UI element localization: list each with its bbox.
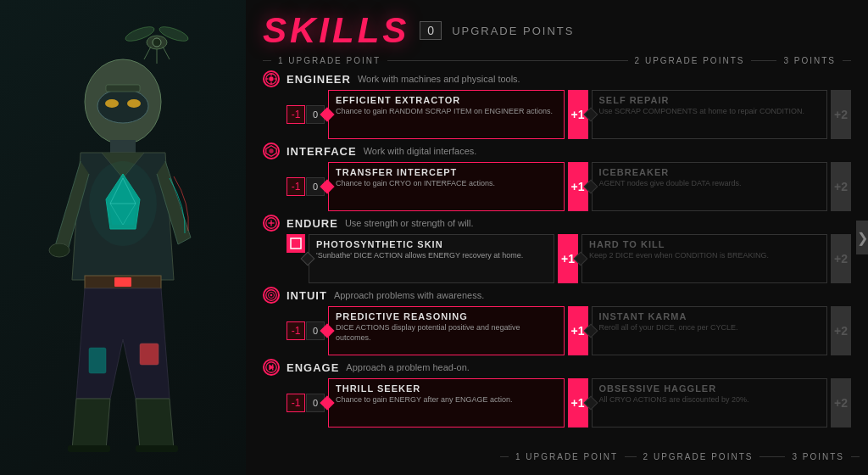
category-desc-endure: Use strength or strength of will. [345, 218, 474, 228]
category-name-endure: ENDURE [287, 217, 338, 230]
category-name-engage: ENGAGE [287, 361, 339, 374]
stepper-interface: -1 0 [287, 162, 325, 211]
skill-tier1-desc-endure: 'Sunbathe' DICE ACTION allows ENERGY rec… [316, 251, 547, 261]
card-diamond-endure [301, 252, 315, 266]
skill-cards-row-endure: PHOTOSYNTHETIC SKIN 'Sunbathe' DICE ACTI… [263, 234, 851, 283]
footer-col-1up: 1 UPGRADE POINT [515, 452, 618, 461]
col-header-3up: 3 POINTS [783, 56, 836, 65]
upgrade-points-label: UPGRADE POINTS [452, 25, 574, 37]
footer-col-2up: 2 UPGRADE POINTS [643, 452, 754, 461]
category-icon-endure [263, 215, 280, 232]
skill-category-engage: ENGAGE Approach a problem head-on. [263, 359, 851, 376]
category-icon-engage [263, 359, 280, 376]
skill-card-tier1-interface[interactable]: TRANSFER INTERCEPT Chance to gain CRYO o… [328, 162, 565, 211]
skill-card-tier1-engage[interactable]: THRILL SEEKER Chance to gain ENERGY afte… [328, 378, 565, 428]
svg-point-20 [49, 243, 70, 257]
skill-tier2-desc-engage: All CRYO ACTIONS are discounted by 20%. [599, 395, 821, 405]
category-icon-intuit [263, 287, 280, 304]
footer-headers: 1 UPGRADE POINT 2 UPGRADE POINTS 3 POINT… [492, 449, 868, 465]
highlight-indicator-endure [287, 234, 305, 253]
right-arrow-icon: ❯ [857, 230, 868, 246]
skill-card-tier2-endure[interactable]: HARD TO KILL Keep 2 DICE even when CONDI… [581, 234, 827, 283]
skill-tier2-desc-engineer: Use SCRAP COMPONENTS at home to repair C… [599, 107, 821, 117]
skill-tier1-name-engineer: EFFICIENT EXTRACTOR [336, 95, 557, 105]
svg-rect-39 [291, 238, 301, 249]
header-line-left [263, 60, 271, 61]
skill-card-tier2-engage[interactable]: OBSESSIVE HAGGLER All CRYO ACTIONS are d… [592, 378, 828, 428]
plus-btn-tier2-engage[interactable]: +2 [831, 378, 851, 428]
skill-tier2-name-intuit: INSTANT KARMA [599, 311, 821, 321]
skill-tier2-desc-interface: AGENT nodes give double DATA rewards. [599, 179, 821, 189]
category-name-interface: INTERFACE [287, 145, 357, 158]
skill-tier2-name-engineer: SELF REPAIR [599, 95, 821, 105]
main-content: SKILLS 0 UPGRADE POINTS 1 UPGRADE POINT … [246, 0, 868, 475]
skill-card-tier1-engineer[interactable]: EFFICIENT EXTRACTOR Chance to gain RANDO… [328, 90, 565, 139]
skill-tier1-name-intuit: PREDICTIVE REASONING [336, 311, 557, 321]
skill-card-tier2-interface[interactable]: ICEBREAKER AGENT nodes give double DATA … [592, 162, 828, 211]
svg-point-29 [269, 76, 273, 81]
skill-tier2-desc-intuit: Reroll all of your DICE, once per CYCLE. [599, 323, 821, 333]
skills-grid: ENGINEER Work with machines and physical… [254, 69, 860, 433]
skill-category-engineer: ENGINEER Work with machines and physical… [263, 70, 851, 87]
stepper-minus-engineer[interactable]: -1 [287, 105, 305, 124]
header-line-mid [387, 60, 627, 61]
footer-line-left [500, 456, 509, 457]
col-header-1up: 1 UPGRADE POINT [278, 56, 381, 65]
skill-tier1-desc-interface: Chance to gain CRYO on INTERFACE actions… [336, 179, 557, 189]
skill-section-engage: ENGAGE Approach a problem head-on. -1 0 … [263, 359, 851, 428]
skill-category-intuit: INTUIT Approach problems with awareness. [263, 287, 851, 304]
skill-cards-row-intuit: -1 0 PREDICTIVE REASONING DICE ACTIONS d… [263, 306, 851, 355]
footer-line-right [760, 456, 785, 457]
svg-point-35 [269, 148, 273, 153]
skill-category-interface: INTERFACE Work with digital interfaces. [263, 142, 851, 159]
skill-card-tier2-engineer[interactable]: SELF REPAIR Use SCRAP COMPONENTS at home… [592, 90, 828, 139]
character-area [0, 0, 246, 475]
skill-section-engineer: ENGINEER Work with machines and physical… [263, 70, 851, 139]
stepper-engineer: -1 0 [287, 90, 325, 139]
skill-tier1-name-endure: PHOTOSYNTHETIC SKIN [316, 239, 547, 249]
skill-cards-row-interface: -1 0 TRANSFER INTERCEPT Chance to gain C… [263, 162, 851, 211]
skill-section-endure: ENDURE Use strength or strength of will.… [263, 215, 851, 283]
stepper-minus-interface[interactable]: -1 [287, 177, 305, 196]
skill-tier1-desc-intuit: DICE ACTIONS display potential positive … [336, 323, 557, 343]
svg-rect-24 [140, 344, 159, 365]
skill-tier1-name-engage: THRILL SEEKER [336, 383, 557, 394]
skill-section-interface: INTERFACE Work with digital interfaces. … [263, 142, 851, 211]
skill-section-intuit: INTUIT Approach problems with awareness.… [263, 287, 851, 355]
svg-point-8 [97, 89, 148, 123]
category-desc-intuit: Approach problems with awareness. [334, 290, 484, 300]
category-name-engineer: ENGINEER [287, 73, 351, 86]
stepper-minus-intuit[interactable]: -1 [287, 321, 305, 340]
skill-tier2-desc-endure: Keep 2 DICE even when CONDITION is BREAK… [589, 251, 820, 261]
right-arrow-tab[interactable]: ❯ [856, 221, 868, 254]
character-art [8, 42, 237, 475]
svg-point-27 [89, 161, 157, 246]
skill-card-tier1-intuit[interactable]: PREDICTIVE REASONING DICE ACTIONS displa… [328, 306, 565, 355]
header-line-end [843, 60, 851, 61]
skill-tier2-name-endure: HARD TO KILL [589, 239, 820, 249]
page-title: SKILLS [263, 10, 409, 51]
header-line-right [751, 60, 776, 61]
plus-btn-tier2-engineer[interactable]: +2 [831, 90, 851, 139]
plus-btn-tier2-interface[interactable]: +2 [831, 162, 851, 211]
skill-cards-row-engage: -1 0 THRILL SEEKER Chance to gain ENERGY… [263, 378, 851, 428]
stepper-intuit: -1 0 [287, 306, 325, 355]
svg-rect-25 [68, 445, 110, 452]
svg-point-10 [127, 99, 141, 108]
skill-tier1-name-interface: TRANSFER INTERCEPT [336, 167, 557, 177]
skill-card-tier1-endure[interactable]: PHOTOSYNTHETIC SKIN 'Sunbathe' DICE ACTI… [309, 234, 554, 283]
plus-btn-tier2-endure[interactable]: +2 [831, 234, 851, 283]
col-header-2up: 2 UPGRADE POINTS [635, 56, 745, 65]
upgrade-points-value: 0 [420, 21, 442, 40]
svg-rect-26 [136, 445, 178, 452]
stepper-minus-engage[interactable]: -1 [287, 394, 305, 412]
footer-line-mid [625, 456, 636, 457]
plus-btn-tier2-intuit[interactable]: +2 [831, 306, 851, 355]
svg-rect-22 [114, 277, 131, 287]
column-headers: 1 UPGRADE POINT 2 UPGRADE POINTS 3 POINT… [254, 56, 860, 65]
skill-card-tier2-intuit[interactable]: INSTANT KARMA Reroll all of your DICE, o… [592, 306, 828, 355]
svg-point-9 [105, 99, 119, 108]
category-icon-interface [263, 142, 280, 159]
category-desc-interface: Work with digital interfaces. [364, 146, 477, 156]
svg-rect-12 [110, 140, 136, 153]
